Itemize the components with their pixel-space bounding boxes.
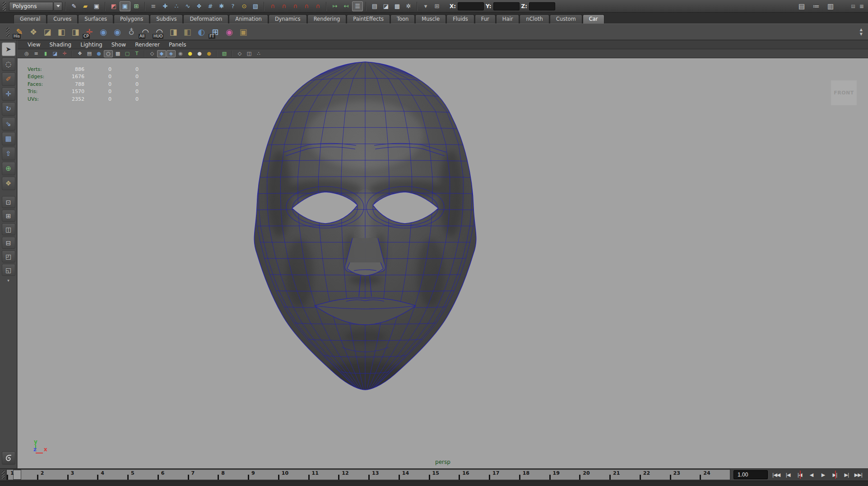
z-field[interactable] <box>529 2 555 10</box>
xray-icon[interactable]: ◇ <box>235 50 244 57</box>
frame-tick[interactable]: 21 <box>609 470 640 480</box>
scale-tool[interactable]: ⇘ <box>2 117 15 131</box>
default-light-icon[interactable]: ● <box>195 50 204 57</box>
input-connections-icon[interactable]: ↦ <box>330 1 340 11</box>
shelf-tab[interactable]: Hair <box>496 14 520 23</box>
shelf-tab[interactable]: Car <box>583 14 604 23</box>
step-back-key-button[interactable]: |◀ <box>783 470 793 479</box>
last-tool-used[interactable]: ❖ <box>2 177 15 190</box>
field-chart-icon[interactable]: ▩ <box>113 50 122 57</box>
shelf-shield-a-button[interactable]: ◉ <box>97 25 110 39</box>
shelf-history-button[interactable]: ✎ His <box>13 25 26 39</box>
select-misc-mask-icon[interactable]: ? <box>227 1 238 11</box>
panel-menu-item[interactable]: View <box>23 42 45 48</box>
shelf-tab[interactable]: Animation <box>229 14 268 23</box>
shelf-tab[interactable]: Subdivs <box>150 14 183 23</box>
shelf-shield-b-button[interactable]: ◉ <box>111 25 124 39</box>
menu-set-dropdown[interactable]: Polygons <box>9 2 53 11</box>
shelf-scroll-up-icon[interactable]: ▲ <box>860 28 863 32</box>
frame-tick[interactable]: 9 <box>248 470 278 480</box>
rotate-tool[interactable]: ↻ <box>2 102 15 116</box>
time-slider-grip[interactable] <box>0 469 6 481</box>
layout-hypershade-button[interactable]: ◰ <box>2 250 15 262</box>
image-plane-icon[interactable]: ◪ <box>51 50 60 57</box>
shelf-tab[interactable]: Muscle <box>415 14 446 23</box>
panel-menu-item[interactable]: Shading <box>45 42 76 48</box>
use-all-lights-icon[interactable]: ● <box>186 50 195 57</box>
paint-select-tool[interactable]: ✐ <box>2 72 15 86</box>
shelf-poly-select-button[interactable]: ❖ <box>27 25 40 39</box>
collapse-bar-icon[interactable]: ≡ <box>148 1 159 11</box>
frame-tick[interactable]: 18 <box>519 470 549 480</box>
toggle-panel-right-icon[interactable]: ▦ <box>858 1 865 11</box>
film-gate-icon[interactable]: ▤ <box>85 50 94 57</box>
plugin-shading-icon[interactable]: ∴ <box>254 50 263 57</box>
move-tool[interactable]: ✛ <box>2 87 15 101</box>
shelf-freeze-transform-button[interactable]: ⊞ FT <box>209 25 222 39</box>
range-slider-strip[interactable] <box>0 481 868 486</box>
snap-to-curve-icon[interactable]: ∩ <box>279 1 289 11</box>
ipr-render-icon[interactable]: ▩ <box>392 1 403 11</box>
x-field[interactable] <box>458 2 484 10</box>
frame-tick[interactable]: 5 <box>127 470 158 480</box>
shelf-tab[interactable]: Curves <box>47 14 78 23</box>
frame-tick[interactable]: 6 <box>158 470 188 480</box>
shelf-tab[interactable]: General <box>14 14 46 23</box>
frame-tick[interactable]: 23 <box>670 470 700 480</box>
panel-menu-item[interactable]: Lighting <box>76 42 107 48</box>
panel-menu-item[interactable]: Show <box>107 42 130 48</box>
xray-joints-icon[interactable]: ◫ <box>245 50 254 57</box>
frame-tick[interactable]: 2 <box>37 470 67 480</box>
shelf-tab[interactable]: Rendering <box>307 14 347 23</box>
frame-tick[interactable]: 15 <box>429 470 459 480</box>
frame-tick[interactable]: 20 <box>579 470 609 480</box>
select-dynamics-mask-icon[interactable]: ✱ <box>216 1 227 11</box>
shelf-poly-combine-button[interactable]: ◨ <box>69 25 82 39</box>
tool-settings-icon[interactable]: ≔ <box>811 1 822 11</box>
textured-light-icon[interactable]: ● <box>204 50 214 57</box>
play-forwards-button[interactable]: ▶ <box>818 470 828 479</box>
resolution-gate-icon[interactable]: ● <box>94 50 103 57</box>
quick-select-dropdown-icon[interactable]: ▾ <box>420 1 431 11</box>
shelf-tab[interactable]: Dynamics <box>269 14 307 23</box>
select-surfaces-mask-icon[interactable]: ❖ <box>194 1 204 11</box>
wireframe-icon[interactable]: ◇ <box>148 50 157 57</box>
shelf-sphere-button[interactable]: ◐ <box>195 25 208 39</box>
render-current-frame-icon[interactable]: ◪ <box>381 1 391 11</box>
frame-tick[interactable]: 8 <box>218 470 248 480</box>
highlight-selection-icon[interactable]: ▧ <box>250 1 261 11</box>
shelf-poly-plane-button[interactable]: ◨ <box>167 25 180 39</box>
isolate-select-icon[interactable]: ▧ <box>220 50 229 57</box>
shelf-grip[interactable] <box>6 28 9 37</box>
select-by-name-icon[interactable]: ⊞ <box>432 1 442 11</box>
frame-tick[interactable]: 16 <box>459 470 489 480</box>
construction-history-icon[interactable]: ☰ <box>352 1 363 11</box>
shelf-poly-mirror-button[interactable]: ◪ <box>41 25 54 39</box>
time-ruler[interactable]: 123456789101112131415161718192021222324 <box>6 469 730 480</box>
maya-logo-button[interactable] <box>2 451 15 465</box>
current-time-field[interactable] <box>733 470 768 479</box>
y-field[interactable] <box>493 2 520 10</box>
select-deformations-mask-icon[interactable]: # <box>205 1 216 11</box>
smooth-shade-wire-icon[interactable]: ◈ <box>167 50 176 57</box>
gate-mask-icon[interactable]: ○ <box>104 50 113 57</box>
lock-selection-icon[interactable]: ⊙ <box>239 1 250 11</box>
frame-tick[interactable]: 19 <box>549 470 580 480</box>
soft-modification-tool[interactable]: ⇧ <box>2 147 15 160</box>
layout-single-pane-button[interactable]: ⊡ <box>2 196 15 208</box>
step-back-frame-button[interactable]: |◀ <box>794 470 805 479</box>
channel-box-icon[interactable]: ▥ <box>825 1 836 11</box>
shelf-tab[interactable]: Fur <box>475 14 496 23</box>
select-object-icon[interactable]: ▣ <box>120 1 130 11</box>
shelf-show-hud-button[interactable]: ◠ HUO <box>153 25 166 39</box>
frame-tick[interactable]: 22 <box>640 470 670 480</box>
shelf-tab[interactable]: nCloth <box>520 14 549 23</box>
frame-tick[interactable]: 4 <box>97 470 127 480</box>
panel-menu-item[interactable]: Renderer <box>130 42 164 48</box>
panel-menu-item[interactable]: Panels <box>164 42 191 48</box>
save-scene-icon[interactable]: ▣ <box>91 1 102 11</box>
frame-tick[interactable]: 14 <box>399 470 429 480</box>
frame-tick[interactable]: 7 <box>188 470 218 480</box>
safe-action-icon[interactable]: ▢ <box>123 50 132 57</box>
shelf-tab[interactable]: Deformation <box>183 14 228 23</box>
